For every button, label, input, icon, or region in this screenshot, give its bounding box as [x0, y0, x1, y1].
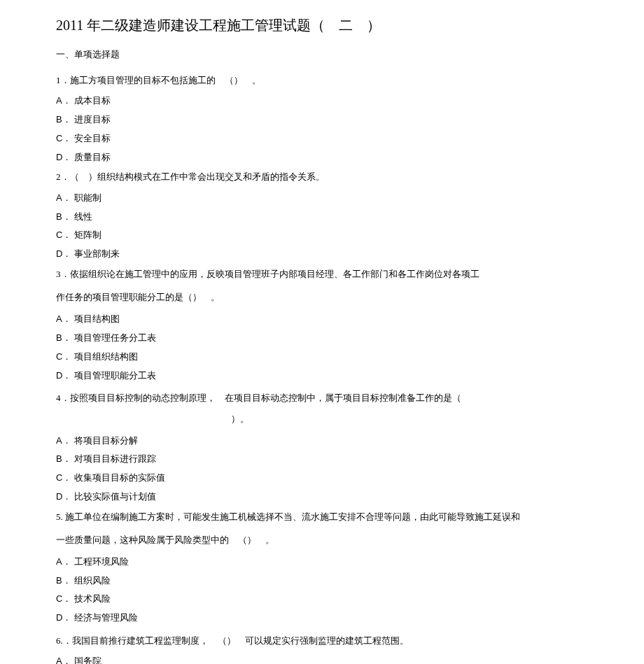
option-letter: C．	[56, 593, 71, 604]
option: C．矩阵制	[56, 228, 588, 243]
option-letter: A．	[56, 656, 71, 664]
option: C．项目组织结构图	[56, 350, 588, 365]
question-text: 4．按照项目目标控制的动态控制原理， 在项目目标动态控制中，属于项目目标控制准备…	[56, 390, 588, 406]
option-letter: D．	[56, 248, 71, 259]
question-continuation: 作任务的项目管理职能分工的是（） 。	[56, 290, 588, 305]
option: B．项目管理任务分工表	[56, 331, 588, 346]
option: B．组织风险	[56, 574, 588, 588]
option: D．项目管理职能分工表	[56, 369, 588, 383]
option-text: 质量目标	[74, 152, 111, 162]
option-text: 国务院	[74, 656, 102, 664]
option: D．经济与管理风险	[56, 611, 588, 626]
option-letter: C．	[56, 133, 71, 143]
option-letter: A．	[56, 95, 71, 106]
option: D．质量目标	[56, 150, 588, 165]
option-text: 比较实际值与计划值	[74, 491, 156, 502]
option-text: 职能制	[74, 192, 102, 203]
option: C．收集项目目标的实际值	[56, 471, 588, 486]
option-text: 经济与管理风险	[74, 612, 138, 623]
option-text: 将项目目标分解	[74, 435, 138, 446]
option-letter: D．	[56, 370, 71, 381]
section-heading: 一、单项选择题	[56, 48, 588, 62]
option: A．成本目标	[56, 94, 588, 108]
option: A．职能制	[56, 191, 588, 206]
option-text: 成本目标	[74, 95, 111, 106]
option-letter: B．	[56, 332, 71, 343]
option-letter: C．	[56, 229, 71, 240]
question-continuation: 一些质量问题，这种风险属于风险类型中的 （） 。	[56, 533, 588, 548]
question-text: 2．（ ）组织结构模式在工作中常会出现交叉和矛盾的指令关系。	[56, 169, 588, 185]
option: A．项目结构图	[56, 312, 588, 327]
option-text: 项目结构图	[74, 313, 120, 324]
option-text: 项目组织结构图	[74, 351, 138, 362]
option: C．技术风险	[56, 592, 588, 607]
option-text: 对项目目标进行跟踪	[74, 453, 156, 464]
option: A．工程环境风险	[56, 555, 588, 570]
option-text: 矩阵制	[74, 229, 102, 240]
option-text: 项目管理职能分工表	[74, 370, 156, 381]
option-letter: A．	[56, 313, 71, 324]
option-letter: D．	[56, 612, 71, 623]
question-text: 5. 施工单位在编制施工方案时，可能发生施工机械选择不当、流水施工安排不合理等问…	[56, 509, 588, 525]
option-letter: B．	[56, 211, 71, 222]
option-text: 项目管理任务分工表	[74, 332, 156, 343]
question-text: 6.．我国目前推行建筑工程监理制度， （） 可以规定实行强制监理的建筑工程范围。	[56, 633, 588, 649]
question-blank-line: ）。	[56, 412, 588, 427]
option: B．进度目标	[56, 113, 588, 127]
question-text: 1．施工方项目管理的目标不包括施工的 （） 。	[56, 72, 588, 88]
option-text: 线性	[74, 211, 92, 222]
option-letter: A．	[56, 556, 71, 567]
option-letter: C．	[56, 351, 71, 362]
option: A．国务院	[56, 654, 588, 664]
option-letter: D．	[56, 152, 71, 162]
option: C．安全目标	[56, 132, 588, 146]
option-text: 安全目标	[74, 133, 111, 143]
document-title: 2011 年二级建造师建设工程施工管理试题（ 二 ）	[56, 14, 588, 36]
option-letter: B．	[56, 453, 71, 464]
option-text: 组织风险	[74, 575, 111, 586]
option: D．事业部制来	[56, 247, 588, 262]
option-text: 技术风险	[74, 593, 111, 604]
option: A．将项目目标分解	[56, 434, 588, 448]
option: B．线性	[56, 210, 588, 225]
option-text: 工程环境风险	[74, 556, 129, 567]
option: D．比较实际值与计划值	[56, 490, 588, 504]
option-text: 收集项目目标的实际值	[74, 472, 165, 483]
option-letter: B．	[56, 575, 71, 586]
option-letter: D．	[56, 491, 71, 502]
option-letter: C．	[56, 472, 71, 483]
option: B．对项目目标进行跟踪	[56, 452, 588, 467]
option-text: 进度目标	[74, 114, 111, 125]
option-letter: A．	[56, 435, 71, 446]
option-text: 事业部制来	[74, 248, 120, 259]
option-letter: A．	[56, 192, 71, 203]
option-letter: B．	[56, 114, 71, 125]
question-text: 3．依据组织论在施工管理中的应用，反映项目管理班子内部项目经理、各工作部门和各工…	[56, 266, 588, 282]
